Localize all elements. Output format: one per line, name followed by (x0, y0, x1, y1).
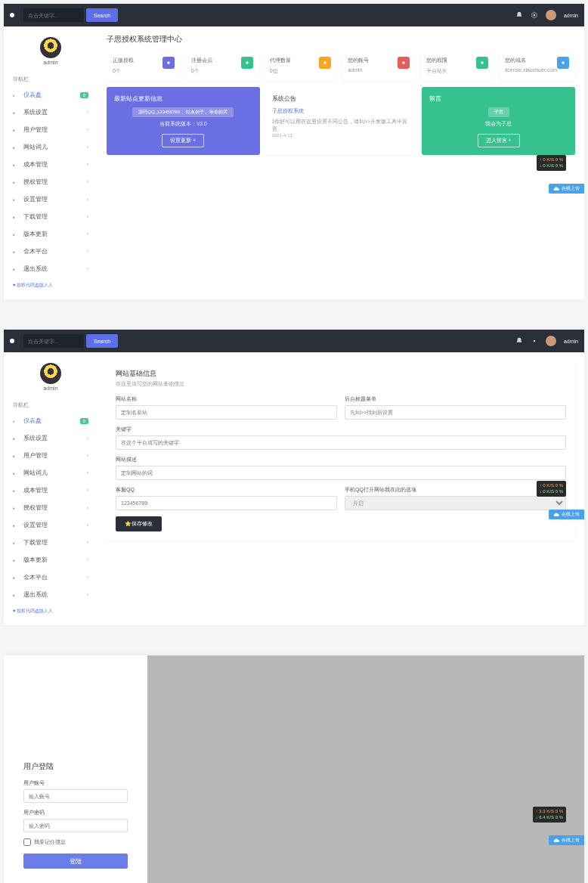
menu-dot[interactable] (10, 13, 14, 17)
sidebar-item-10[interactable]: ▪退出系统› (4, 586, 97, 603)
info-icon (241, 57, 253, 69)
bell-icon[interactable] (515, 337, 523, 345)
sidebar-item-8[interactable]: ▪版本更新› (4, 225, 97, 243)
menu-label: 下载管理 (23, 538, 48, 547)
search-button[interactable]: Search (86, 334, 118, 348)
stat-card: 您的账号admin (342, 51, 416, 81)
sidebar-item-3[interactable]: ▪网站词儿› (4, 464, 97, 482)
bell-icon[interactable] (515, 11, 523, 19)
announce-text: 1你好可以用在这里设置不同公告，请到>>开发版工具中设置。 (272, 118, 410, 133)
chevron-right-icon: › (87, 214, 88, 219)
sidebar-header: 导航栏 (4, 398, 38, 412)
box-icon: ▪ (13, 162, 19, 168)
select-qqsel[interactable]: 开启 (345, 496, 566, 510)
remember-label: 我要记住信息 (34, 838, 66, 846)
update-card: 最新站点更新信息 源码QQ_123456789 、站点例子 、等你购买 当前系统… (107, 87, 260, 155)
menu-dot[interactable] (10, 339, 14, 343)
msg-button[interactable]: 进入留言 + (478, 134, 520, 147)
login-form: 用户登陆 用户账号 用户密码 我要记住信息 登陆 (4, 655, 147, 883)
stat-card: 代理数量0位 (264, 51, 338, 81)
shield-icon (162, 57, 175, 69)
search-input[interactable] (23, 8, 84, 22)
search-button[interactable]: Search (86, 8, 118, 22)
menu-label: 设置管理 (23, 521, 48, 529)
chevron-right-icon: › (87, 127, 88, 132)
topnav: Search admin (4, 4, 584, 26)
chevron-right-icon: › (87, 575, 88, 580)
chevron-right-icon: › (87, 266, 88, 271)
sidebar-item-9[interactable]: ▪金木平台› (4, 243, 97, 260)
sidebar-item-8[interactable]: ▪版本更新› (4, 551, 97, 569)
menu-label: 金木平台 (23, 573, 48, 581)
sidebar-item-4[interactable]: ▪成本管理› (4, 156, 97, 173)
chevron-right-icon: › (87, 179, 88, 184)
label-sitename: 网站名称 (116, 395, 337, 403)
heart-icon: ▪ (13, 575, 19, 581)
input-qq[interactable] (116, 496, 337, 510)
menu-label: 版本更新 (23, 230, 48, 238)
sidebar-item-10[interactable]: ▪退出系统› (4, 260, 97, 277)
gear-icon[interactable] (531, 11, 538, 19)
menu-label: 下载管理 (23, 212, 48, 221)
svg-point-4 (403, 61, 405, 64)
chevron-right-icon: › (87, 197, 88, 202)
user-avatar (40, 37, 61, 58)
label-keyword: 关键字 (116, 426, 566, 433)
lock-icon (398, 57, 410, 69)
menu-label: 退出系统 (23, 590, 48, 599)
sidebar-item-6[interactable]: ▪设置管理› (4, 191, 97, 208)
msg-card: 留言 子思 我会为子思 进入留言 + (422, 87, 575, 155)
upload-tag[interactable]: 在线上传 (549, 510, 584, 519)
sidebar-item-5[interactable]: ▪授权管理› (4, 173, 97, 191)
chevron-right-icon: › (87, 470, 88, 476)
sidebar-item-2[interactable]: ▪用户管理› (4, 121, 97, 138)
input-user[interactable] (23, 789, 128, 803)
menu-badge: 0 (80, 418, 88, 424)
sidebar-item-1[interactable]: ▪系统设置› (4, 104, 97, 121)
input-desc[interactable] (116, 466, 566, 480)
sidebar-item-4[interactable]: ▪成本管理› (4, 482, 97, 499)
menu-label: 系统设置 (23, 108, 48, 116)
sidebar-item-5[interactable]: ▪授权管理› (4, 499, 97, 516)
sidebar-item-1[interactable]: ▪系统设置› (4, 429, 97, 447)
sidebar-item-9[interactable]: ▪金木平台› (4, 569, 97, 586)
gear-icon[interactable] (531, 337, 538, 345)
announce-card: 系统公告 子思授权系统 1你好可以用在这里设置不同公告，请到>>开发版工具中设置… (265, 87, 418, 155)
save-button[interactable]: ⭐保存修改 (116, 516, 162, 531)
remember-checkbox[interactable] (23, 838, 31, 846)
chevron-right-icon: › (87, 453, 88, 458)
sidebar-item-7[interactable]: ▪下载管理› (4, 534, 97, 551)
sidebar-item-2[interactable]: ▪用户管理› (4, 447, 97, 464)
stat-label: 注册会员 (191, 57, 212, 64)
stat-card: 正版授权0个 (107, 51, 181, 81)
sidebar-item-0[interactable]: ▪仪表盘0 (4, 412, 97, 429)
sidebar-item-6[interactable]: ▪设置管理› (4, 516, 97, 534)
announce-date: 2021-4-11 (272, 133, 410, 138)
sidebar-item-7[interactable]: ▪下载管理› (4, 208, 97, 225)
login-title: 用户登陆 (23, 761, 128, 772)
avatar[interactable] (546, 10, 556, 20)
search-input[interactable] (23, 334, 84, 348)
menu-label: 网站词儿 (23, 469, 48, 477)
users-icon: ▪ (13, 453, 19, 459)
avatar[interactable] (546, 336, 556, 346)
input-keyword[interactable] (116, 435, 566, 450)
svg-point-5 (481, 61, 483, 64)
msg-tag: 子思 (488, 107, 509, 117)
upload-tag[interactable]: 在线上传 (549, 835, 584, 845)
shield-icon: ▪ (13, 505, 19, 511)
svg-point-0 (534, 14, 536, 17)
input-backtitle[interactable] (345, 405, 566, 420)
label-qq: 客服QQ (116, 486, 337, 494)
input-sitename[interactable] (116, 405, 337, 420)
upload-tag[interactable]: 在线上传 (549, 184, 584, 194)
sidebar-item-3[interactable]: ▪网站词儿› (4, 138, 97, 156)
update-version: 当前系统版本：V2.0 (114, 120, 252, 128)
announce-link[interactable]: 子思授权系统 (272, 107, 410, 115)
sidebar-item-0[interactable]: ▪仪表盘0 (4, 86, 97, 104)
login-button[interactable]: 登陆 (23, 854, 128, 869)
stat-label: 正版授权 (113, 57, 134, 64)
update-button[interactable]: 设置更新 + (162, 134, 204, 147)
input-pass[interactable] (23, 819, 128, 832)
menu-label: 成本管理 (23, 486, 48, 494)
